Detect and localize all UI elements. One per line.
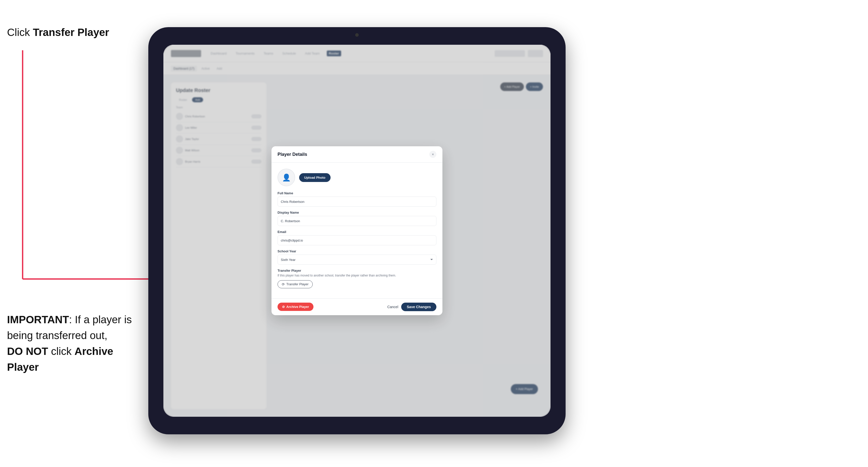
instruction-bold: Transfer Player [33,26,110,38]
transfer-player-section: Transfer Player If this player has moved… [278,269,436,288]
archive-player-button[interactable]: ⊘ Archive Player [278,303,313,311]
instruction-top: Click Transfer Player [7,25,109,40]
modal-body: 👤 Upload Photo Full Name Display Name [272,163,442,298]
important-label: IMPORTANT [7,314,69,325]
player-photo-circle: 👤 [278,169,295,186]
full-name-group: Full Name [278,191,436,207]
full-name-input[interactable] [278,196,436,207]
modal-footer: ⊘ Archive Player Cancel Save Changes [272,298,442,315]
transfer-section-title: Transfer Player [278,269,436,273]
school-year-group: School Year First Year Second Year Third… [278,249,436,264]
person-icon: 👤 [282,174,291,182]
instruction-bottom: IMPORTANT: If a player is being transfer… [7,312,138,375]
player-details-modal: Player Details × 👤 Upload Photo [272,146,442,315]
tablet-frame: Dashboard Tournaments Teams Schedule Add… [148,27,566,434]
school-year-select[interactable]: First Year Second Year Third Year Fourth… [278,255,436,264]
cancel-button[interactable]: Cancel [388,305,398,309]
archive-btn-label: Archive Player [286,305,309,309]
modal-backdrop: Player Details × 👤 Upload Photo [163,45,551,417]
upload-photo-button[interactable]: Upload Photo [299,173,331,182]
transfer-btn-label: Transfer Player [286,282,308,286]
email-label: Email [278,230,436,234]
modal-title: Player Details [278,152,307,157]
refresh-icon: ⟳ [282,282,285,286]
transfer-section-desc: If this player has moved to another scho… [278,274,436,278]
transfer-player-button[interactable]: ⟳ Transfer Player [278,280,313,288]
display-name-label: Display Name [278,211,436,214]
tablet-screen: Dashboard Tournaments Teams Schedule Add… [163,45,551,417]
photo-section: 👤 Upload Photo [278,169,436,186]
school-year-label: School Year [278,249,436,253]
save-changes-button[interactable]: Save Changes [401,303,436,311]
full-name-label: Full Name [278,191,436,195]
display-name-input[interactable] [278,216,436,226]
do-not-label: DO NOT [7,345,48,357]
footer-right: Cancel Save Changes [388,303,436,311]
archive-icon: ⊘ [282,305,285,309]
display-name-group: Display Name [278,211,436,226]
email-group: Email [278,230,436,245]
instruction-rest2: click [48,345,74,357]
modal-close-button[interactable]: × [429,151,436,158]
modal-header: Player Details × [272,146,442,163]
email-input[interactable] [278,235,436,245]
instruction-prefix: Click [7,26,33,38]
